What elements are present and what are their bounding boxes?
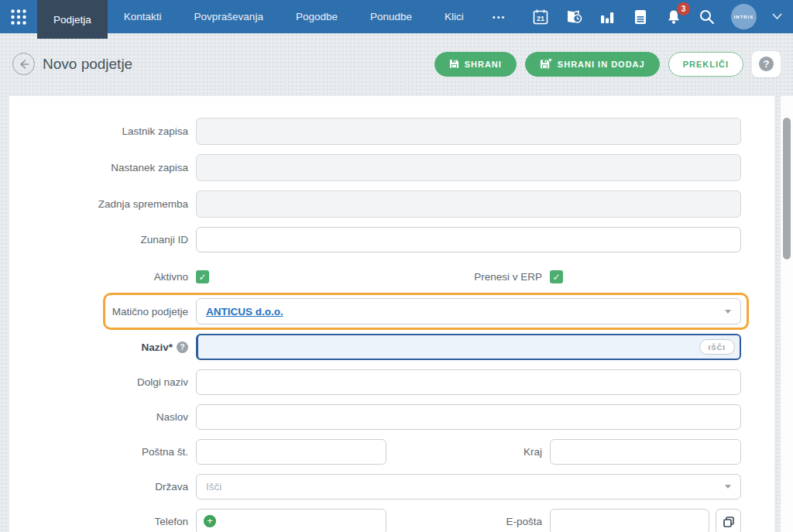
scrollbar-track[interactable] — [781, 96, 793, 532]
field-label: Prenesi v ERP — [209, 271, 550, 283]
field-label: Aktivno — [9, 271, 196, 283]
field-label: Dolgi naziv — [9, 376, 196, 388]
cancel-button[interactable]: PREKLIČI — [668, 52, 743, 77]
nav-tab-klici[interactable]: Klici — [428, 0, 480, 33]
save-button[interactable]: SHRANI — [434, 52, 517, 77]
form-row-maticno-podjetje: Matično podjetje ANTICUS d.o.o. — [9, 298, 774, 324]
form-row-zadnja-sprememba: Zadnja sprememba — [9, 190, 774, 218]
nav-tab-povprasevanja[interactable]: Povpraševanja — [178, 0, 280, 33]
eposta-field[interactable] — [550, 509, 709, 532]
telefon-field[interactable] — [196, 509, 386, 532]
bar-chart-icon[interactable] — [598, 8, 616, 26]
form-row-telefon-eposta: Telefon + E-pošta — [9, 509, 774, 532]
save-and-add-button-label: SHRANI IN DODAJ — [558, 60, 645, 69]
field-label: Telefon — [9, 516, 196, 527]
calendar-icon[interactable]: 21 — [531, 8, 550, 26]
copy-button[interactable] — [716, 509, 741, 532]
form-row-postna-kraj: Poštna št. Kraj — [9, 439, 774, 465]
copy-icon — [723, 516, 735, 528]
naziv-label-text: Naziv* — [141, 342, 173, 353]
maticno-podjetje-value-link[interactable]: ANTICUS d.o.o. — [206, 306, 283, 317]
nav-tabs: Podjetja Kontakti Povpraševanja Pogodbe … — [37, 0, 518, 33]
field-label: Matično podjetje — [9, 306, 196, 317]
help-button[interactable]: ? — [752, 51, 781, 77]
telefon-field-wrapper: + — [196, 509, 386, 532]
zunanji-id-field[interactable] — [196, 227, 741, 252]
navbar-icons: 21 — [531, 0, 793, 33]
save-plus-icon — [540, 58, 552, 70]
maticno-podjetje-select[interactable]: ANTICUS d.o.o. — [196, 298, 741, 324]
drzava-select[interactable]: Išči — [196, 474, 741, 499]
notifications-bell-icon[interactable]: 3 — [664, 8, 683, 26]
naziv-field[interactable] — [196, 334, 741, 360]
form-row-nastanek-zapisa: Nastanek zapisa — [9, 154, 774, 181]
nav-tab-ponudbe[interactable]: Ponudbe — [354, 0, 428, 33]
nav-tab-pogodbe[interactable]: Pogodbe — [280, 0, 354, 33]
naziv-field-wrapper: IŠČI — [196, 334, 741, 360]
document-icon[interactable] — [631, 8, 650, 26]
user-avatar[interactable]: INTRIX — [731, 4, 757, 29]
field-help-icon[interactable]: ? — [177, 342, 188, 353]
svg-text:21: 21 — [537, 14, 544, 22]
cancel-button-label: PREKLIČI — [683, 60, 729, 69]
scrollbar-thumb[interactable] — [783, 118, 791, 259]
field-label: Zunanji ID — [9, 234, 196, 245]
apps-grid-icon[interactable] — [0, 0, 37, 33]
header-actions: SHRANI SHRANI IN DODAJ PREKLIČI ? — [434, 51, 781, 77]
field-label: E-pošta — [386, 516, 550, 527]
field-label: Lastnik zapisa — [9, 125, 196, 137]
arrow-left-icon — [18, 58, 30, 70]
kraj-field[interactable] — [550, 439, 741, 465]
company-form: Lastnik zapisa Nastanek zapisa Zadnja sp… — [9, 96, 774, 532]
add-phone-icon[interactable]: + — [204, 515, 216, 527]
prenesi-v-erp-checkbox[interactable]: ✓ — [550, 270, 563, 283]
save-icon — [449, 59, 459, 69]
save-button-label: SHRANI — [465, 60, 502, 69]
zadnja-sprememba-field — [196, 190, 741, 218]
dolgi-naziv-field[interactable] — [196, 369, 741, 395]
form-row-dolgi-naziv: Dolgi naziv — [9, 369, 774, 395]
search-icon[interactable] — [698, 8, 716, 26]
field-label: Nastanek zapisa — [9, 162, 196, 173]
nav-tab-kontakti[interactable]: Kontakti — [108, 0, 178, 33]
postna-st-field[interactable] — [196, 439, 386, 465]
nastanek-zapisa-field — [196, 154, 741, 181]
nav-tab-podjetja[interactable]: Podjetja — [37, 0, 108, 39]
form-row-checkboxes: Aktivno ✓ Prenesi v ERP ✓ — [9, 270, 774, 283]
chevron-down-icon[interactable] — [771, 8, 782, 26]
form-row-naslov: Naslov — [9, 404, 774, 430]
naslov-field[interactable] — [196, 404, 741, 430]
notification-badge: 3 — [677, 2, 690, 15]
field-label: Naslov — [9, 411, 196, 423]
isci-search-badge[interactable]: IŠČI — [699, 339, 735, 355]
aktivno-checkbox[interactable]: ✓ — [196, 270, 209, 283]
nav-more-menu[interactable]: ••• — [480, 0, 519, 33]
question-mark-icon: ? — [759, 57, 774, 71]
field-label: Kraj — [386, 446, 550, 458]
drzava-placeholder: Išči — [206, 481, 221, 493]
page-header: Novo podjetje SHRANI SHRANI IN DODAJ PRE… — [0, 33, 793, 94]
form-card: Lastnik zapisa Nastanek zapisa Zadnja sp… — [9, 96, 774, 532]
back-button[interactable] — [12, 53, 35, 75]
lastnik-zapisa-field — [196, 118, 741, 145]
top-navbar: Podjetja Kontakti Povpraševanja Pogodbe … — [0, 0, 793, 33]
dropdown-caret-icon — [725, 310, 731, 314]
dropdown-caret-icon — [725, 485, 731, 489]
form-row-naziv: Naziv* ? IŠČI — [9, 334, 774, 360]
form-row-drzava: Država Išči — [9, 474, 774, 499]
save-and-add-button[interactable]: SHRANI IN DODAJ — [525, 52, 660, 77]
field-label: Država — [9, 481, 196, 493]
planner-clock-icon[interactable] — [565, 8, 583, 26]
field-label: Poštna št. — [9, 446, 196, 458]
field-label: Naziv* ? — [9, 342, 196, 353]
field-label: Zadnja sprememba — [9, 198, 196, 210]
page-title: Novo podjetje — [43, 56, 132, 73]
form-row-zunanji-id: Zunanji ID — [9, 227, 774, 252]
form-row-lastnik-zapisa: Lastnik zapisa — [9, 118, 774, 145]
content-area: Lastnik zapisa Nastanek zapisa Zadnja sp… — [0, 94, 793, 532]
eposta-field-group — [550, 509, 741, 532]
